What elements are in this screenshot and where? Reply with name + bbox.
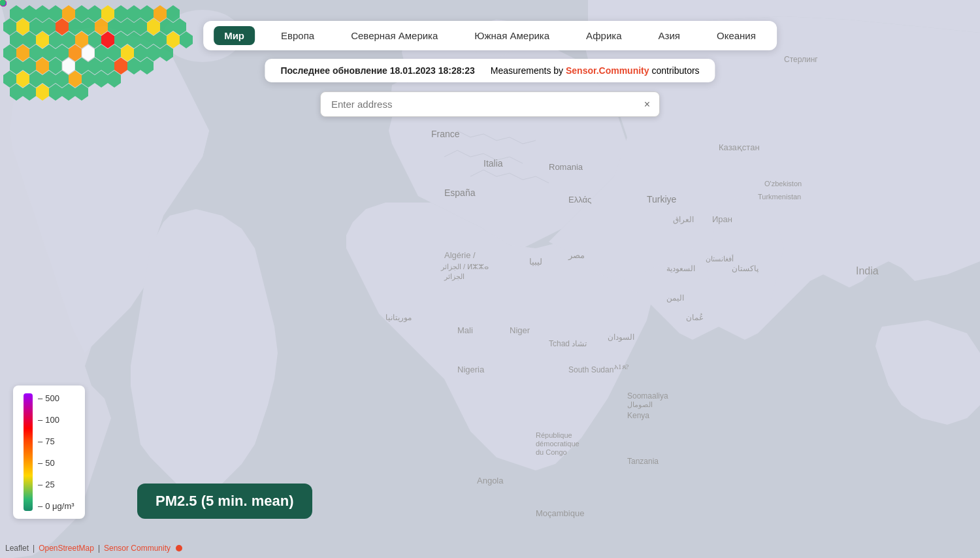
legend-dash-500: – (38, 393, 42, 403)
svg-marker-106 (140, 57, 154, 74)
svg-marker-89 (82, 44, 95, 61)
svg-text:Mali: Mali (457, 325, 473, 335)
legend-label-100: – 100 (38, 415, 74, 425)
svg-text:Kenya: Kenya (627, 411, 649, 420)
svg-marker-78 (127, 31, 140, 48)
svg-marker-79 (140, 31, 154, 48)
svg-text:العراق: العراق (673, 215, 694, 224)
svg-marker-73 (62, 31, 75, 48)
svg-text:India: India (856, 265, 879, 276)
svg-marker-70 (23, 31, 36, 48)
svg-text:الصومال: الصومال (627, 401, 653, 409)
nav-item-europe[interactable]: Европа (270, 26, 325, 45)
map-container[interactable]: France Italia España Romania Ελλάς Turki… (0, 0, 980, 558)
svg-marker-99 (49, 57, 62, 74)
svg-marker-93 (134, 44, 147, 61)
svg-text:Angola: Angola (477, 476, 504, 485)
svg-text:Niger: Niger (510, 325, 531, 335)
footer-sep-2: | (98, 544, 100, 553)
svg-marker-83 (3, 44, 16, 61)
legend-label-25: – 25 (38, 480, 74, 489)
svg-text:France: France (431, 129, 460, 139)
svg-marker-103 (101, 57, 114, 74)
svg-marker-95 (160, 44, 173, 61)
svg-text:اليمن: اليمن (666, 293, 684, 303)
svg-text:Romania: Romania (549, 162, 583, 172)
svg-text:Italia: Italia (483, 158, 503, 169)
legend-dash-25: – (38, 480, 42, 489)
svg-text:ليبيا: ليبيا (529, 257, 542, 267)
nav-item-oceania[interactable]: Океания (706, 26, 766, 45)
navigation-bar: Мир Европа Северная Америка Южная Америк… (203, 21, 777, 50)
svg-marker-105 (127, 57, 140, 74)
svg-marker-85 (29, 44, 42, 61)
sensor-community-footer-link[interactable]: Sensor Community (104, 544, 171, 553)
svg-marker-98 (36, 57, 49, 74)
leaflet-link[interactable]: Leaflet (5, 544, 29, 553)
sensor-community-link[interactable]: Sensor.Community (566, 65, 649, 76)
legend-dash-0: – (38, 501, 42, 511)
svg-text:الجزائر: الجزائر (444, 272, 465, 281)
nav-item-world[interactable]: Мир (214, 26, 255, 45)
svg-text:Algérie /: Algérie / (444, 250, 476, 260)
svg-text:Tanzania: Tanzania (627, 457, 659, 466)
svg-marker-115 (108, 71, 121, 88)
svg-text:Turkmenistan: Turkmenistan (758, 193, 801, 201)
svg-text:République: République (536, 431, 572, 439)
svg-text:عُمان: عُمان (686, 313, 704, 322)
search-clear-button[interactable]: × (635, 93, 659, 116)
nav-item-africa[interactable]: Африка (576, 26, 632, 45)
svg-marker-97 (23, 57, 36, 74)
pm-label: PM2.5 (5 min. mean) (137, 484, 312, 519)
svg-marker-72 (49, 31, 62, 48)
info-bar: Последнее обновление 18.01.2023 18:28:23… (265, 59, 715, 82)
svg-text:Ελλάς: Ελλάς (568, 195, 591, 205)
svg-marker-96 (10, 57, 23, 74)
svg-marker-92 (121, 44, 134, 61)
svg-text:پاکستان: پاکستان (732, 264, 759, 273)
svg-text:démocratique: démocratique (536, 440, 580, 448)
svg-text:Стерлинг: Стерлинг (784, 55, 818, 64)
legend-label-0: – 0 μg/m³ (38, 501, 74, 511)
svg-marker-82 (180, 31, 193, 48)
svg-marker-86 (42, 44, 56, 61)
svg-text:du Congo: du Congo (536, 448, 567, 456)
search-input[interactable] (321, 92, 635, 116)
svg-text:أفغانستان: أفغانستان (706, 254, 734, 263)
osm-link[interactable]: OpenStreetMap (39, 544, 94, 553)
last-update-text: Последнее обновление 18.01.2023 18:28:23 (280, 65, 474, 76)
legend-dash-50: – (38, 458, 42, 468)
legend-labels: – 500 – 100 – 75 – 50 – 25 – 0 μg/m³ (38, 393, 74, 511)
svg-text:Иран: Иран (712, 214, 732, 224)
nav-item-north-america[interactable]: Северная Америка (340, 26, 448, 45)
svg-text:مصر: مصر (568, 250, 585, 261)
svg-text:Moçambique: Moçambique (536, 508, 584, 518)
svg-marker-76 (101, 31, 114, 48)
svg-marker-80 (154, 31, 167, 48)
nav-item-south-america[interactable]: Южная Америка (464, 26, 560, 45)
svg-text:España: España (444, 188, 476, 198)
svg-text:Soomaaliya: Soomaaliya (627, 391, 668, 401)
footer: Leaflet | OpenStreetMap | Sensor Communi… (5, 544, 182, 553)
legend-dash-100: – (38, 415, 42, 425)
color-scale-bar (24, 393, 33, 511)
svg-marker-84 (16, 44, 29, 61)
svg-marker-114 (95, 71, 108, 88)
svg-text:Tchad تشاد: Tchad تشاد (549, 339, 587, 348)
svg-text:الجزائر / ⵍⵣⵣⴰ: الجزائر / ⵍⵣⵣⴰ (440, 263, 489, 271)
footer-sep-1: | (33, 544, 35, 553)
svg-text:O'zbekiston: O'zbekiston (764, 180, 802, 188)
search-bar: × (320, 91, 660, 117)
nav-item-asia[interactable]: Азия (648, 26, 691, 45)
svg-text:አ1ጸ?: አ1ጸ? (614, 363, 629, 370)
svg-text:South Sudan: South Sudan (568, 365, 613, 374)
svg-text:السودان: السودان (608, 333, 634, 342)
svg-marker-77 (114, 31, 127, 48)
svg-marker-69 (10, 31, 23, 48)
legend-label-75: – 75 (38, 436, 74, 446)
svg-text:السعودية: السعودية (666, 264, 695, 273)
svg-marker-71 (36, 31, 49, 48)
legend-dash-75: – (38, 436, 42, 446)
svg-marker-94 (147, 44, 160, 61)
svg-marker-81 (167, 31, 180, 48)
